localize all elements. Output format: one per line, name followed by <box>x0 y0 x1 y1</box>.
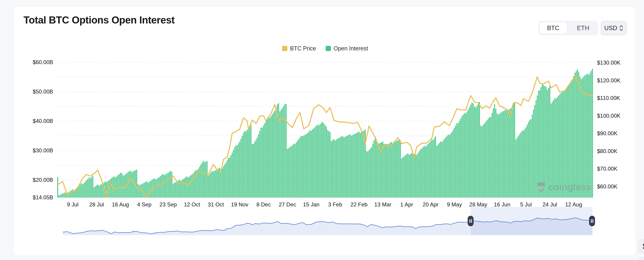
x-axis-tick-label: 12 Oct <box>184 201 200 207</box>
right-axis-tick-label: $130.00K <box>597 60 620 66</box>
x-axis-tick-label: 23 Sep <box>160 201 177 207</box>
right-axis-tick-label: $120.00K <box>597 77 620 84</box>
x-axis-tick-label: 8 Dec <box>256 201 271 207</box>
x-axis-tick-label: 22 Feb <box>350 201 368 207</box>
x-axis-tick-label: 5 Jul <box>520 201 532 207</box>
x-axis-tick-label: 13 Mar <box>374 201 392 207</box>
x-axis-tick-label: 3 Feb <box>328 201 342 207</box>
left-axis-tick-label: $20.00B <box>33 177 53 183</box>
right-axis-tick-label: $100.00K <box>597 113 620 119</box>
x-axis-tick-label: 16 Jun <box>494 201 510 207</box>
x-axis-tick-label: 19 Nov <box>231 201 248 207</box>
left-axis-tick-label: $40.00B <box>33 118 53 124</box>
left-axis-tick-label: $30.00B <box>33 147 53 153</box>
left-axis-tick-label: $60.00B <box>33 59 53 65</box>
x-axis-tick-label: 24 Jul <box>542 201 557 207</box>
navigator-handle-left[interactable] <box>468 216 474 226</box>
x-axis-tick-label: 12 Aug <box>565 201 582 207</box>
x-axis-tick-label: 15 Jan <box>303 201 320 207</box>
open-interest-bars <box>57 69 593 197</box>
x-axis-tick-label: 1 Apr <box>400 201 413 207</box>
navigator-handle-right[interactable] <box>589 216 595 226</box>
currency-fab-button[interactable]: $ <box>638 239 644 253</box>
x-axis-tick-label: 4 Sep <box>137 201 152 207</box>
navigator-selected-range[interactable] <box>470 207 592 235</box>
x-axis-tick-label: 31 Oct <box>208 201 224 207</box>
right-axis-tick-label: $80.00K <box>597 148 617 154</box>
x-axis-tick-label: 16 Aug <box>112 201 129 207</box>
right-axis-tick-label: $60.00K <box>597 183 617 189</box>
x-axis-tick-label: 9 Jul <box>67 201 78 207</box>
right-axis-tick-label: $70.00K <box>597 166 617 172</box>
left-axis-tick-label: $14.05B <box>33 194 53 200</box>
options-open-interest-chart[interactable]: $60.00B$50.00B$40.00B$30.00B$20.00B$14.0… <box>0 0 644 260</box>
right-axis-tick-label: $110.00K <box>597 95 620 101</box>
x-axis-tick-label: 28 May <box>469 201 487 207</box>
x-axis-tick-label: 27 Dec <box>279 201 296 207</box>
x-axis-tick-label: 28 Jul <box>89 201 104 207</box>
x-axis-tick-label: 20 Apr <box>423 201 438 207</box>
right-axis-tick-label: $90.00K <box>597 130 617 136</box>
dollar-icon: $ <box>643 241 644 251</box>
left-axis-tick-label: $50.00B <box>33 89 53 95</box>
x-axis-tick-label: 9 May <box>447 201 462 207</box>
